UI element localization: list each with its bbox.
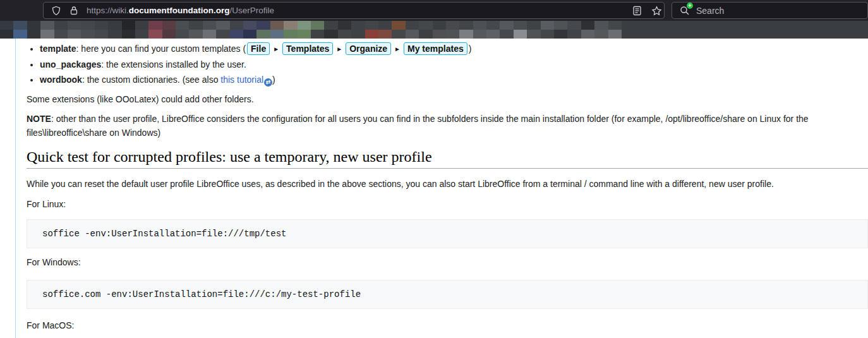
bookmark-block bbox=[433, 30, 446, 39]
search-input[interactable]: + Search bbox=[672, 2, 868, 19]
bookmark-star-icon[interactable] bbox=[649, 4, 663, 18]
bookmark-block bbox=[581, 21, 594, 30]
bookmark-block bbox=[216, 30, 229, 39]
bookmark-block bbox=[203, 30, 216, 39]
add-search-engine-badge: + bbox=[687, 3, 693, 9]
bookmark-block bbox=[298, 30, 311, 39]
bookmark-block bbox=[108, 30, 121, 39]
bookmark-block bbox=[527, 21, 540, 30]
bookmark-block bbox=[27, 30, 40, 39]
bookmark-block bbox=[338, 30, 351, 39]
url-domain: documentfoundation.org bbox=[129, 6, 230, 15]
bookmark-block bbox=[554, 30, 567, 39]
bookmark-block bbox=[378, 30, 392, 39]
list-text: : the extensions installed by the user. bbox=[101, 59, 246, 69]
menu-arrow-icon: ► bbox=[394, 45, 401, 52]
bookmark-block bbox=[176, 30, 189, 39]
bookmark-block bbox=[122, 30, 135, 39]
bookmark-block bbox=[459, 21, 473, 30]
bookmark-block bbox=[324, 21, 337, 30]
bookmark-block bbox=[68, 21, 81, 30]
bookmark-block bbox=[81, 30, 94, 39]
menu-key-templates: Templates bbox=[282, 42, 333, 55]
url-text: https://wiki.documentfoundation.org/User… bbox=[87, 6, 274, 15]
list-term: template bbox=[40, 44, 76, 54]
bookmark-block bbox=[311, 21, 324, 30]
lock-icon[interactable] bbox=[68, 4, 80, 17]
bookmark-block bbox=[473, 21, 486, 30]
menu-key-my-templates: My templates bbox=[404, 42, 467, 55]
reader-mode-icon[interactable] bbox=[630, 4, 644, 18]
bookmark-block bbox=[256, 30, 270, 39]
bookmarks-bar bbox=[0, 21, 868, 39]
bookmark-block bbox=[594, 30, 608, 39]
note-line2: files\libreoffice\share on Windows) bbox=[27, 128, 160, 138]
bookmark-block bbox=[270, 30, 284, 39]
url-prefix: https://wiki. bbox=[87, 6, 129, 15]
bookmark-block bbox=[243, 30, 256, 39]
list-suffix: ) bbox=[469, 44, 472, 54]
intro-paragraph: While you can reset the default user pro… bbox=[27, 178, 868, 190]
linux-label: For Linux: bbox=[27, 198, 868, 210]
search-placeholder: Search bbox=[696, 6, 724, 16]
page-content: template: here you can find your custom … bbox=[27, 39, 868, 332]
linux-code-block: soffice -env:UserInstallation=file:///tm… bbox=[27, 219, 868, 248]
bookmark-block bbox=[378, 21, 392, 30]
bookmark-block bbox=[486, 30, 500, 39]
bookmark-block bbox=[567, 21, 581, 30]
bookmark-block bbox=[527, 30, 540, 39]
list-item: wordbook: the custom dictionaries. (see … bbox=[40, 72, 868, 87]
bookmark-block bbox=[27, 21, 40, 30]
bookmark-block bbox=[581, 30, 594, 39]
bookmark-block bbox=[486, 21, 500, 30]
bookmark-block bbox=[40, 30, 54, 39]
content-left-border bbox=[15, 39, 16, 338]
menu-key-file: File bbox=[247, 42, 270, 55]
bookmark-block bbox=[419, 21, 432, 30]
windows-label: For Windows: bbox=[27, 256, 868, 269]
bookmark-block bbox=[189, 30, 202, 39]
bookmark-block bbox=[243, 21, 256, 30]
bookmark-block bbox=[230, 21, 243, 30]
note-paragraph: NOTE: other than the user profile, Libre… bbox=[27, 112, 868, 140]
bookmark-block bbox=[54, 21, 68, 30]
bookmark-block bbox=[541, 30, 554, 39]
bookmark-block bbox=[433, 21, 446, 30]
bookmark-block bbox=[0, 21, 13, 30]
bookmark-block bbox=[81, 21, 94, 30]
note-line1: : other than the user profile, LibreOffi… bbox=[51, 114, 809, 124]
section-heading: Quick test for corrupted profiles: use a… bbox=[27, 148, 868, 169]
bookmark-block bbox=[189, 21, 202, 30]
bookmark-block bbox=[203, 21, 216, 30]
bookmark-block bbox=[256, 21, 270, 30]
bookmark-block bbox=[514, 21, 527, 30]
bookmark-block bbox=[473, 30, 486, 39]
bookmark-block bbox=[0, 30, 13, 39]
bookmark-block bbox=[122, 21, 135, 30]
menu-arrow-icon: ► bbox=[273, 45, 279, 52]
list-item: uno_packages: the extensions installed b… bbox=[40, 57, 868, 72]
external-link-icon[interactable]: ⇄ bbox=[264, 78, 272, 87]
wiki-page: template: here you can find your custom … bbox=[0, 39, 868, 338]
bookmark-block bbox=[459, 30, 473, 39]
windows-code-block: soffice.com -env:UserInstallation=file:/… bbox=[27, 280, 868, 309]
bookmark-block bbox=[406, 30, 419, 39]
url-bar[interactable]: https://wiki.documentfoundation.org/User… bbox=[43, 2, 665, 19]
bookmark-block bbox=[284, 30, 297, 39]
bookmarks-mosaic-row2 bbox=[0, 30, 622, 39]
list-text: : here you can find your custom template… bbox=[76, 44, 246, 54]
bookmark-block bbox=[594, 21, 608, 30]
bookmark-block bbox=[148, 21, 162, 30]
blurred-bookmarks[interactable] bbox=[0, 21, 622, 39]
macos-label: For MacOS: bbox=[27, 319, 868, 332]
bookmark-block bbox=[216, 21, 229, 30]
bookmark-block bbox=[392, 21, 405, 30]
profile-folder-list: template: here you can find your custom … bbox=[27, 41, 868, 87]
tutorial-link[interactable]: this tutorial bbox=[220, 75, 263, 85]
bookmark-block bbox=[135, 30, 148, 39]
bookmark-block bbox=[95, 30, 108, 39]
bookmark-block bbox=[406, 21, 419, 30]
extensions-paragraph: Some extensions (like OOoLatex) could ad… bbox=[27, 93, 868, 106]
bookmark-block bbox=[68, 30, 81, 39]
shield-icon[interactable] bbox=[50, 4, 63, 17]
